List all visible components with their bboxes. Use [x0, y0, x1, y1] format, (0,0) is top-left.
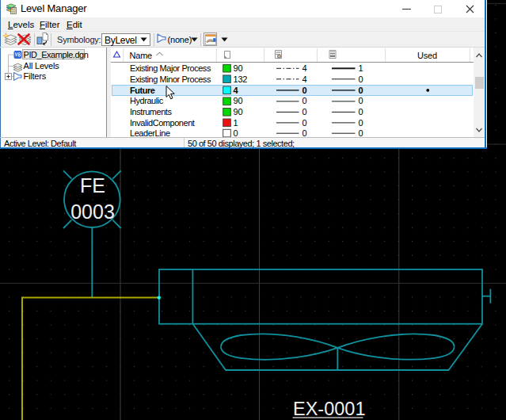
svg-text:EX-0001: EX-0001: [293, 399, 365, 419]
svg-text:0003: 0003: [70, 200, 115, 223]
svg-text:FE: FE: [80, 174, 105, 197]
